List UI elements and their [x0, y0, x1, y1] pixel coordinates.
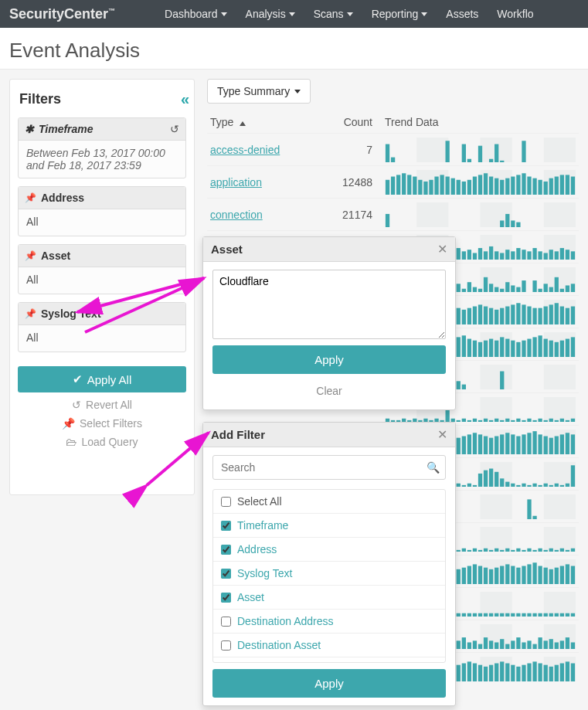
nav-assets[interactable]: Assets: [446, 8, 478, 20]
load-query-link[interactable]: 🗁 Load Query: [66, 436, 138, 448]
collapse-icon[interactable]: «: [181, 90, 185, 108]
svg-rect-472: [457, 549, 461, 551]
nav-dashboard[interactable]: Dashboard: [165, 8, 227, 20]
svg-rect-513: [473, 564, 477, 584]
type-cell[interactable]: access-denied: [210, 144, 326, 156]
svg-rect-4: [391, 157, 395, 161]
svg-rect-76: [416, 202, 448, 227]
svg-rect-333: [527, 418, 531, 421]
svg-rect-552: [478, 613, 482, 616]
svg-rect-145: [538, 251, 542, 260]
col-count-header[interactable]: Count: [326, 116, 372, 128]
svg-rect-512: [467, 566, 471, 583]
type-cell[interactable]: application: [210, 176, 326, 189]
svg-rect-599: [527, 640, 531, 649]
chevron-down-icon: [289, 12, 295, 16]
filter-option[interactable]: Timeframe: [213, 513, 445, 537]
svg-rect-54: [457, 179, 461, 194]
nav-workflow[interactable]: Workflo: [497, 8, 533, 20]
filter-option-checkbox[interactable]: [221, 640, 231, 651]
svg-rect-217: [516, 303, 520, 324]
view-dropdown[interactable]: Type Summary: [207, 79, 311, 104]
svg-rect-366: [500, 434, 504, 454]
col-type-header[interactable]: Type: [210, 116, 326, 128]
svg-rect-568: [566, 613, 569, 616]
filter-option-checkbox[interactable]: [221, 497, 231, 507]
svg-rect-79: [386, 213, 389, 226]
svg-rect-100: [500, 220, 504, 227]
filter-option-checkbox[interactable]: [221, 593, 231, 603]
svg-rect-405: [505, 481, 509, 486]
svg-rect-638: [532, 661, 536, 681]
svg-rect-562: [532, 613, 536, 616]
filter-option[interactable]: Asset: [213, 585, 445, 609]
svg-rect-75: [571, 176, 575, 194]
filter-option-checkbox[interactable]: [221, 545, 231, 555]
svg-rect-564: [544, 613, 548, 616]
svg-rect-484: [522, 549, 525, 551]
svg-rect-222: [544, 306, 548, 324]
svg-rect-478: [489, 549, 493, 551]
type-cell[interactable]: connection: [210, 209, 326, 221]
filter-address[interactable]: 📌 Address All: [18, 186, 186, 236]
filter-timeframe[interactable]: ✱ Timeframe ↺ Between Feb 13, 2017 00:00…: [18, 117, 186, 178]
svg-rect-399: [473, 484, 477, 486]
filter-option[interactable]: Destination Address: [213, 609, 445, 633]
svg-rect-219: [527, 306, 531, 324]
svg-rect-214: [500, 307, 504, 324]
asset-clear-button[interactable]: Clear: [212, 380, 446, 402]
svg-rect-363: [484, 436, 488, 454]
revert-icon[interactable]: ↺: [170, 123, 179, 135]
nav-reporting[interactable]: Reporting: [372, 8, 428, 20]
svg-rect-312: [413, 418, 416, 421]
svg-rect-322: [467, 420, 471, 421]
svg-rect-558: [511, 613, 515, 616]
count-cell: 7: [326, 144, 372, 156]
svg-rect-627: [473, 663, 477, 681]
filter-option[interactable]: Select All: [213, 490, 445, 513]
filter-option-label: Address: [237, 543, 277, 555]
asset-popover-title: Asset: [211, 243, 243, 256]
filter-option-checkbox[interactable]: [221, 617, 231, 627]
svg-rect-645: [571, 663, 575, 681]
revert-all-link[interactable]: ↺ Revert All: [72, 399, 132, 411]
filter-asset[interactable]: 📌 Asset All: [18, 244, 186, 294]
apply-all-button[interactable]: ✔ Apply All: [18, 366, 186, 392]
filter-option-checkbox[interactable]: [221, 521, 231, 531]
svg-rect-633: [505, 663, 509, 681]
nav-assets-label: Assets: [446, 8, 478, 20]
page-title-row: Event Analysis: [0, 28, 588, 70]
svg-rect-131: [462, 251, 466, 260]
filter-option[interactable]: Destination Port: [213, 657, 445, 663]
svg-rect-555: [495, 613, 498, 616]
nav-scans[interactable]: Scans: [314, 8, 353, 20]
svg-rect-476: [478, 549, 482, 551]
svg-rect-605: [560, 640, 564, 649]
addfilter-apply-button[interactable]: Apply: [212, 669, 446, 698]
svg-rect-324: [478, 420, 482, 421]
svg-rect-283: [462, 384, 466, 389]
filter-search-input[interactable]: [212, 455, 446, 480]
svg-rect-606: [566, 637, 569, 649]
svg-rect-103: [516, 222, 520, 226]
filter-option[interactable]: Address: [213, 537, 445, 561]
svg-rect-553: [484, 613, 488, 616]
svg-rect-340: [566, 420, 569, 421]
svg-rect-530: [566, 564, 569, 584]
select-filters-link[interactable]: 📌 Select Filters: [62, 417, 142, 430]
filter-syslog[interactable]: 📌 Syslog Text All: [18, 302, 186, 352]
svg-rect-642: [555, 664, 559, 681]
close-icon[interactable]: ✕: [437, 427, 447, 442]
svg-rect-253: [505, 338, 509, 356]
nav-analysis[interactable]: Analysis: [246, 8, 295, 20]
asset-apply-button[interactable]: Apply: [212, 345, 446, 374]
svg-rect-548: [457, 613, 461, 616]
filter-option[interactable]: Destination Asset: [213, 633, 445, 657]
filter-options[interactable]: Select AllTimeframeAddressSyslog TextAss…: [212, 489, 446, 663]
svg-rect-3: [386, 144, 389, 161]
filter-option-checkbox[interactable]: [221, 569, 231, 579]
filter-option[interactable]: Syslog Text: [213, 561, 445, 585]
close-icon[interactable]: ✕: [437, 242, 447, 256]
asset-input[interactable]: [212, 270, 446, 339]
svg-rect-149: [560, 248, 564, 260]
